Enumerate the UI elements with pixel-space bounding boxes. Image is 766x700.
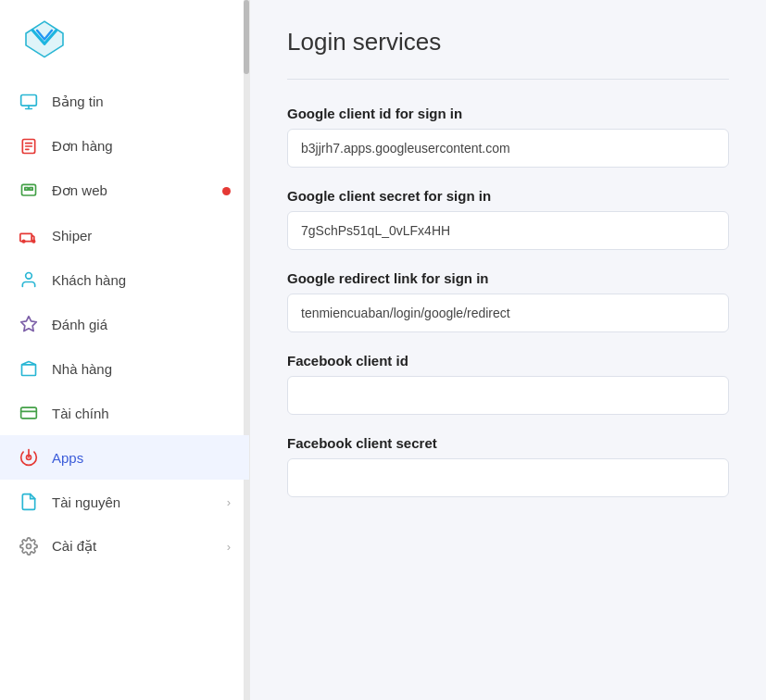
login-services-form: Google client id for sign in Google clie… (287, 106, 729, 497)
google-client-id-group: Google client id for sign in (287, 106, 729, 168)
sidebar-item-danh-gia[interactable]: Đánh giá (0, 302, 249, 346)
finance-icon (19, 403, 39, 423)
google-client-secret-label: Google client secret for sign in (287, 188, 729, 204)
sidebar-item-khach-hang[interactable]: Khách hàng (0, 257, 249, 302)
google-client-secret-group: Google client secret for sign in (287, 188, 729, 250)
restaurant-icon (19, 358, 39, 379)
apps-icon (19, 447, 39, 468)
google-client-id-label: Google client id for sign in (287, 106, 729, 121)
chevron-right-icon-tai-nguyen: › (227, 495, 231, 509)
section-divider (287, 79, 729, 80)
sidebar-label-khach-hang: Khách hàng (52, 272, 231, 288)
sidebar-item-shiper[interactable]: Shiper (0, 213, 249, 257)
facebook-client-secret-input[interactable] (287, 458, 729, 497)
chevron-right-icon-cai-dat: › (227, 540, 231, 554)
svg-rect-18 (22, 365, 36, 376)
orders-icon (19, 136, 39, 156)
sidebar-item-tai-nguyen[interactable]: Tài nguyên › (0, 480, 249, 524)
sidebar-item-cai-dat[interactable]: Cài đặt › (0, 524, 249, 569)
svg-rect-13 (20, 233, 31, 241)
google-client-id-input[interactable] (287, 129, 729, 168)
google-client-secret-input[interactable] (287, 211, 729, 250)
scrollbar-thumb[interactable] (244, 0, 249, 74)
sidebar-label-nha-hang: Nhà hàng (52, 361, 231, 377)
sidebar-label-shiper: Shiper (52, 228, 231, 244)
zubi-logo: ZUBI RESTAURANT (22, 17, 67, 61)
shiper-icon (19, 225, 39, 245)
sidebar-item-bang-tin[interactable]: Bảng tin (0, 80, 249, 124)
google-redirect-link-group: Google redirect link for sign in (287, 270, 729, 332)
google-redirect-link-input[interactable] (287, 294, 729, 332)
sidebar-label-apps: Apps (52, 450, 231, 466)
facebook-client-secret-label: Facebook client secret (287, 435, 729, 451)
facebook-client-secret-group: Facebook client secret (287, 435, 729, 497)
sidebar-label-tai-chinh: Tài chính (52, 406, 231, 421)
facebook-client-id-input[interactable] (287, 376, 729, 415)
svg-marker-17 (21, 317, 37, 331)
page-title: Login services (287, 28, 729, 56)
svg-point-23 (27, 544, 31, 549)
svg-point-16 (26, 273, 32, 280)
facebook-client-id-label: Facebook client id (287, 353, 729, 369)
customer-icon (19, 269, 39, 290)
review-icon (19, 314, 39, 334)
don-web-badge (222, 187, 231, 195)
sidebar-item-don-web[interactable]: Đơn web (0, 169, 249, 213)
sidebar-item-apps[interactable]: Apps (0, 435, 249, 480)
monitor-icon (19, 92, 39, 112)
sidebar-label-don-web: Đơn web (52, 182, 206, 199)
svg-rect-11 (25, 188, 28, 191)
svg-rect-19 (21, 407, 37, 419)
resources-icon (19, 492, 39, 512)
sidebar-item-don-hang[interactable]: Đơn hàng (0, 124, 249, 169)
web-orders-icon (19, 181, 39, 201)
sidebar-label-tai-nguyen: Tài nguyên (52, 494, 214, 510)
google-redirect-link-label: Google redirect link for sign in (287, 270, 729, 286)
sidebar-label-don-hang: Đơn hàng (52, 138, 231, 155)
svg-rect-4 (21, 95, 37, 106)
nav-list: Bảng tin Đơn hàng Đơn web (0, 70, 249, 700)
svg-rect-12 (30, 188, 32, 191)
sidebar: ZUBI RESTAURANT Bảng tin Đơn hàng (0, 0, 250, 700)
sidebar-label-danh-gia: Đánh giá (52, 317, 231, 332)
sidebar-item-nha-hang[interactable]: Nhà hàng (0, 346, 249, 391)
facebook-client-id-group: Facebook client id (287, 353, 729, 415)
main-content: Login services Google client id for sign… (250, 0, 766, 700)
settings-icon (19, 536, 39, 556)
sidebar-label-bang-tin: Bảng tin (52, 94, 231, 110)
logo-area: ZUBI RESTAURANT (0, 0, 249, 70)
sidebar-item-tai-chinh[interactable]: Tài chính (0, 391, 249, 435)
sidebar-label-cai-dat: Cài đặt (52, 538, 214, 555)
